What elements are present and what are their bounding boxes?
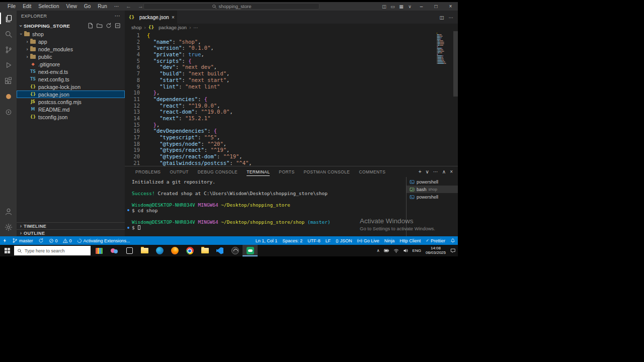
tree-item-next-config-ts[interactable]: TSnext.config.ts	[17, 75, 125, 83]
panel-tab-problems[interactable]: PROBLEMS	[131, 166, 165, 177]
close-icon[interactable]: ×	[450, 169, 453, 174]
taskbar-app-chrome[interactable]	[182, 245, 197, 256]
tree-item-gitignore[interactable]: ◆.gitignore	[17, 60, 125, 68]
menu-more[interactable]: ⋯	[111, 2, 123, 11]
extension-a-icon[interactable]	[0, 88, 17, 104]
wifi-icon[interactable]	[391, 245, 401, 256]
layout-dropdown-icon[interactable]: ∨	[406, 4, 414, 9]
panel-tab-comments[interactable]: COMMENTS	[354, 166, 390, 177]
minimize-button[interactable]: –	[414, 2, 429, 11]
status-cursor-position[interactable]: Ln 1, Col 1	[253, 236, 280, 245]
tree-item-next-env-d-ts[interactable]: TSnext-env.d.ts	[17, 68, 125, 75]
maximize-icon[interactable]: ∧	[442, 169, 446, 174]
source-control-icon[interactable]	[0, 42, 17, 57]
status-warnings[interactable]: 0	[60, 236, 74, 245]
start-button[interactable]	[0, 245, 14, 256]
run-debug-icon[interactable]	[0, 57, 17, 73]
panel-tab-ports[interactable]: PORTS	[274, 166, 299, 177]
more-icon[interactable]: ⋯	[433, 169, 438, 174]
taskbar-app-obs[interactable]	[227, 245, 243, 256]
new-terminal-icon[interactable]: +	[419, 169, 422, 174]
battery-icon[interactable]	[382, 245, 391, 256]
tree-item-package-json[interactable]: {}package.json	[17, 90, 125, 98]
panel-tab-postman-console[interactable]: POSTMAN CONSOLE	[299, 166, 354, 177]
search-icon[interactable]	[0, 26, 17, 42]
command-center[interactable]: shopping_store	[143, 3, 319, 10]
tree-item-public[interactable]: ›public	[17, 53, 125, 60]
panel-tab-output[interactable]: OUTPUT	[165, 166, 193, 177]
panel-tab-terminal[interactable]: TERMINAL	[242, 166, 274, 177]
breadcrumb-item-package-json[interactable]: package.json	[158, 25, 187, 30]
menu-go[interactable]: Go	[80, 2, 94, 11]
status-prettier[interactable]: ✓Prettier	[423, 236, 448, 245]
breadcrumb-item-more[interactable]: ⋯	[193, 25, 198, 30]
menu-view[interactable]: View	[63, 2, 81, 11]
menu-file[interactable]: File	[4, 2, 19, 11]
status-ninja[interactable]: Ninja	[382, 236, 397, 245]
settings-icon[interactable]	[0, 219, 17, 235]
terminal-instance-powershell[interactable]: powershell	[407, 193, 458, 201]
new-file-icon[interactable]	[87, 23, 94, 29]
status-errors[interactable]: 0	[46, 236, 60, 245]
section-timeline[interactable]: ›TIMELINE	[17, 222, 125, 229]
maximize-button[interactable]: □	[429, 2, 443, 11]
taskbar-app-edge[interactable]	[152, 245, 167, 256]
notification-center-icon[interactable]	[448, 245, 458, 256]
tree-item-readme-md[interactable]: MREADME.md	[17, 106, 125, 113]
taskbar-app-recorder[interactable]	[243, 245, 258, 256]
taskbar-app-firefox[interactable]	[167, 245, 182, 256]
code-editor[interactable]: 1{2 "name": "shop",3 "version": "0.1.0",…	[125, 31, 458, 166]
more-icon[interactable]: ⋯	[449, 15, 454, 20]
new-folder-icon[interactable]	[96, 23, 103, 29]
extension-b-icon[interactable]	[0, 104, 17, 120]
volume-icon[interactable]	[401, 245, 411, 256]
taskbar-app-task-view[interactable]	[122, 245, 137, 256]
status-notifications[interactable]	[448, 236, 458, 245]
menu-edit[interactable]: Edit	[19, 2, 35, 11]
taskbar-app-people[interactable]	[107, 245, 122, 256]
tab-close-icon[interactable]: ×	[172, 15, 175, 20]
tree-item-postcss-config-mjs[interactable]: JSpostcss.config.mjs	[17, 98, 125, 106]
close-button[interactable]: ×	[443, 2, 458, 11]
account-icon[interactable]	[0, 204, 17, 219]
status-encoding[interactable]: UTF-8	[305, 236, 323, 245]
extensions-icon[interactable]	[0, 73, 17, 88]
clock[interactable]: 14:08 06/03/2025	[423, 245, 448, 256]
tree-item-node-modules[interactable]: ›node_modules	[17, 45, 125, 53]
status-http-client[interactable]: Http Client	[397, 236, 423, 245]
tree-item-package-lock-json[interactable]: {}package-lock.json	[17, 83, 125, 90]
terminal-instance-powershell[interactable]: powershell	[407, 178, 458, 186]
minimap[interactable]	[437, 33, 452, 64]
split-editor-icon[interactable]: ◫	[440, 15, 444, 20]
status-go-live[interactable]: Go Live	[355, 236, 382, 245]
taskbar-app-file-explorer[interactable]	[137, 245, 152, 256]
tray-chevron-icon[interactable]: ∧	[375, 245, 382, 256]
status-remote[interactable]	[0, 236, 10, 245]
toggle-sidebar-icon[interactable]: ◫	[380, 4, 388, 9]
status-eol[interactable]: LF	[323, 236, 334, 245]
editor-scrollbar[interactable]	[453, 31, 458, 97]
taskbar-app-library[interactable]	[92, 245, 107, 256]
section-outline[interactable]: ›OUTLINE	[17, 229, 125, 236]
breadcrumb-item-shop[interactable]: shop	[131, 25, 142, 30]
taskbar-app-folder[interactable]	[197, 245, 212, 256]
forward-icon[interactable]: →	[138, 2, 143, 11]
status-indentation[interactable]: Spaces: 2	[280, 236, 305, 245]
tree-item-tsconfig-json[interactable]: {}tsconfig.json	[17, 113, 125, 121]
tree-item-shop[interactable]: ›shop	[17, 30, 125, 38]
panel-tab-debug-console[interactable]: DEBUG CONSOLE	[193, 166, 242, 177]
menu-selection[interactable]: Selection	[35, 2, 62, 11]
taskbar-search[interactable]: Type here to search	[14, 246, 91, 255]
back-icon[interactable]: ←	[126, 2, 131, 11]
folder-section-header[interactable]: › SHOPPING_STORE	[17, 21, 125, 30]
refresh-icon[interactable]	[105, 23, 112, 29]
menu-run[interactable]: Run	[94, 2, 110, 11]
status-sync[interactable]	[36, 236, 46, 245]
collapse-all-icon[interactable]	[114, 23, 121, 29]
toggle-panel-icon[interactable]: ▭	[388, 4, 397, 9]
tab-package-json[interactable]: {} package.json ×	[125, 11, 177, 24]
status-language-mode[interactable]: {}JSON	[333, 236, 354, 245]
language-indicator[interactable]: ENG	[411, 245, 423, 256]
terminal-instance-bash[interactable]: bashshop	[407, 186, 458, 193]
dropdown-icon[interactable]: ∨	[426, 169, 429, 174]
